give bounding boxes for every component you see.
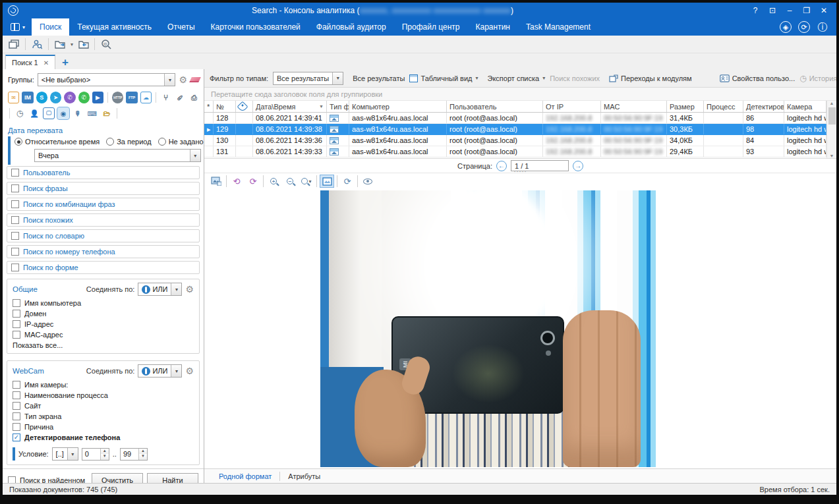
checkbox-checked[interactable]: ✓ <box>13 434 20 441</box>
filter-process-name[interactable]: Наименование процесса <box>13 390 194 401</box>
checkbox[interactable] <box>13 299 20 307</box>
printer-icon[interactable]: ⎙ <box>188 92 200 103</box>
spin-down-icon[interactable]: ▼ <box>101 454 109 460</box>
clear-button[interactable]: Очистить <box>92 473 143 483</box>
checkbox[interactable] <box>13 423 20 431</box>
chevron-down-icon[interactable]: ▾ <box>190 150 200 161</box>
skype-icon[interactable]: S <box>36 92 47 103</box>
tab-search[interactable]: Поиск <box>32 18 69 36</box>
table-row-selected[interactable]: ▸ 129 08.06.2021 14:39:38 aas-w81x64ru.a… <box>204 124 826 135</box>
scroll-down-icon[interactable]: ▼ <box>830 154 834 158</box>
groups-settings-icon[interactable]: ⚙ <box>179 75 187 84</box>
checkbox[interactable] <box>13 412 20 420</box>
panel-form-search[interactable]: Поиск по форме <box>7 261 200 274</box>
table-row[interactable]: 130 08.06.2021 14:39:36 aas-w81x64ru.aas… <box>204 135 826 146</box>
close-tab-icon[interactable]: ✕ <box>43 59 49 67</box>
tab-user-cards[interactable]: Карточки пользователей <box>203 18 308 36</box>
table-view-button[interactable]: Табличный вид ▾ <box>409 74 478 82</box>
filter-domain[interactable]: Домен <box>13 308 194 319</box>
webcam-icon[interactable]: ◉ <box>57 107 69 119</box>
spin-up-icon[interactable]: ▲ <box>101 449 109 455</box>
col-process[interactable]: Процесс <box>704 101 743 112</box>
zoom-level-icon[interactable]: ▾ <box>300 175 313 187</box>
checkbox[interactable] <box>13 391 20 399</box>
period-select[interactable]: Вчера ▾ <box>34 149 201 162</box>
save-image-icon[interactable] <box>210 175 223 187</box>
api-icon[interactable]: ◈ <box>780 21 792 33</box>
search-in-found-checkbox[interactable] <box>8 476 16 483</box>
radio-relative-time[interactable] <box>14 138 22 146</box>
go-to-modules-button[interactable]: Переходы к модулям <box>609 74 692 82</box>
search-by-id-icon[interactable]: ID <box>99 38 113 51</box>
refresh-icon[interactable]: ⟳ <box>341 175 354 187</box>
add-tab-button[interactable]: + <box>55 56 75 69</box>
panel-phrase-combination[interactable]: Поиск по комбинации фраз <box>7 198 200 211</box>
user-search-icon[interactable] <box>30 38 44 51</box>
export-search-icon[interactable] <box>53 38 67 51</box>
filter-camera-name[interactable]: Имя камеры: <box>13 379 194 390</box>
col-star[interactable]: * <box>204 101 214 112</box>
tab-reports[interactable]: Отчеты <box>159 18 202 36</box>
filter-by-type-select[interactable]: Все результаты ▾ <box>273 72 343 85</box>
checkbox[interactable] <box>13 381 20 389</box>
group-by-dropzone[interactable]: Перетащите сюда заголовок поля для групп… <box>204 88 836 101</box>
spin-up-icon[interactable]: ▲ <box>139 449 147 455</box>
zoom-out-icon[interactable]: − <box>283 175 297 187</box>
tab-current-activity[interactable]: Текущая активность <box>69 18 159 36</box>
checkbox[interactable] <box>11 216 19 224</box>
panel-similar-search[interactable]: Поиск похожих <box>7 213 200 227</box>
pin-window-icon[interactable]: ⊡ <box>764 6 781 15</box>
table-row[interactable]: 128 08.06.2021 14:39:41 aas-w81x64ru.aas… <box>204 113 826 124</box>
folder-import-icon[interactable]: 🗁 <box>101 107 113 119</box>
filter-mac-address[interactable]: MAC-адрес <box>13 329 194 340</box>
scroll-up-icon[interactable]: ▲ <box>830 101 834 105</box>
minimize-icon[interactable]: – <box>781 6 798 15</box>
usb-device-icon[interactable]: ⑂ <box>160 92 171 103</box>
panel-phrase-search[interactable]: Поиск фразы <box>7 182 200 195</box>
col-date[interactable]: Дата\Время▼ <box>253 101 327 112</box>
close-icon[interactable]: ✕ <box>815 6 832 15</box>
scroll-thumb[interactable] <box>828 107 836 125</box>
checkbox[interactable] <box>11 248 19 256</box>
tab-profile-center[interactable]: Профайл центр <box>394 18 468 36</box>
prev-page-icon[interactable]: ← <box>496 161 507 171</box>
filter-phone-detection[interactable]: ✓Детектирование телефона <box>13 432 194 443</box>
filter-ip-address[interactable]: IP-адрес <box>13 319 194 329</box>
device-search-icon[interactable]: 🜚 <box>174 92 185 103</box>
col-camera[interactable]: Камера <box>784 101 826 112</box>
clock-icon[interactable]: ◷ <box>14 107 26 119</box>
col-detected[interactable]: Детектирова <box>743 101 784 112</box>
col-ip[interactable]: От IP <box>543 101 601 112</box>
filter-computer-name[interactable]: Имя компьютера <box>13 298 194 308</box>
radio-not-set[interactable] <box>158 138 166 146</box>
doc-tab-search1[interactable]: Поиск 1 ✕ <box>5 55 55 69</box>
sync-icon[interactable]: ⟳ <box>798 21 810 33</box>
checkbox[interactable] <box>13 320 20 328</box>
table-scrollbar[interactable]: ▲ ▼ <box>826 101 836 158</box>
radio-period[interactable] <box>106 138 114 146</box>
checkbox[interactable] <box>11 264 19 271</box>
mail-icon[interactable]: ✉ <box>8 92 19 103</box>
condition-operator-select[interactable]: [..] ▾ <box>52 447 78 461</box>
chevron-down-icon[interactable]: ▾ <box>332 72 343 84</box>
common-join-select[interactable]: ИЛИ ▾ <box>138 283 182 296</box>
tab-file-auditor[interactable]: Файловый аудитор <box>308 18 394 36</box>
import-search-icon[interactable] <box>76 38 90 51</box>
all-results-button[interactable]: Все результаты <box>353 74 405 82</box>
filter-screen-type[interactable]: Тип экрана <box>13 411 194 422</box>
webcam-settings-icon[interactable]: ⚙ <box>185 366 194 376</box>
condition-to-stepper[interactable]: 99 ▲▼ <box>120 448 148 461</box>
rotate-right-icon[interactable]: ⟳ <box>246 175 260 187</box>
panel-dictionary-search[interactable]: Поиск по словарю <box>7 229 200 242</box>
filter-reason[interactable]: Причина <box>13 422 194 432</box>
viber-icon[interactable]: ✆ <box>64 92 75 103</box>
http-icon[interactable]: HTTP <box>112 92 123 103</box>
next-page-icon[interactable]: → <box>573 161 583 171</box>
checkbox[interactable] <box>11 169 19 177</box>
telegram-icon[interactable]: ➤ <box>50 92 61 103</box>
webcam-join-select[interactable]: ИЛИ ▾ <box>138 364 182 378</box>
col-tag[interactable] <box>236 101 253 112</box>
condition-from-stepper[interactable]: 0 ▲▼ <box>82 448 109 461</box>
col-size[interactable]: Размер <box>667 101 704 112</box>
table-row[interactable]: 131 08.06.2021 14:39:33 aas-w81x64ru.aas… <box>204 146 826 157</box>
